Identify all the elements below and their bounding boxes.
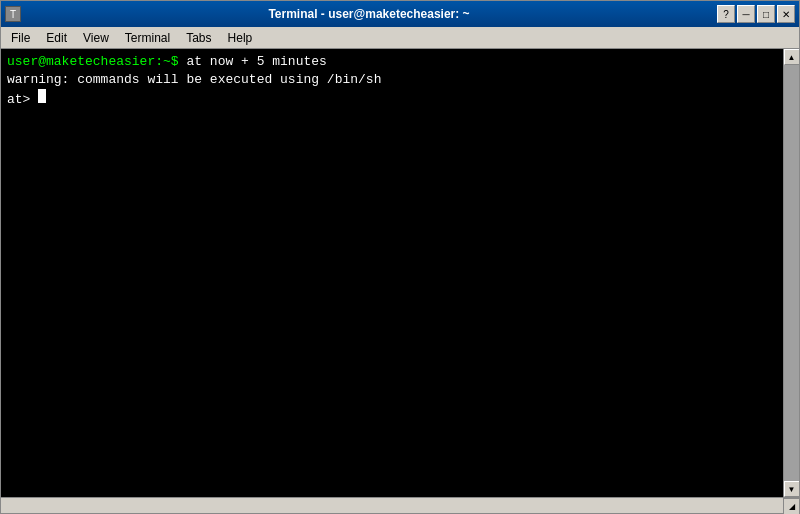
menu-view[interactable]: View [75,29,117,47]
close-button[interactable]: ✕ [777,5,795,23]
scroll-up-button[interactable]: ▲ [784,49,800,65]
title-bar: T Terminal - user@maketecheasier: ~ ? ─ … [1,1,799,27]
terminal-cursor [38,89,46,103]
warning-message: warning: commands will be executed using… [7,71,381,89]
menu-terminal[interactable]: Terminal [117,29,178,47]
scrollbar: ▲ ▼ [783,49,799,497]
terminal-command: at now + 5 minutes [186,53,326,71]
bottom-bar: ◢ [1,497,799,513]
terminal-window: T Terminal - user@maketecheasier: ~ ? ─ … [0,0,800,514]
title-bar-buttons: ? ─ □ ✕ [717,5,795,23]
menu-tabs[interactable]: Tabs [178,29,219,47]
menu-bar: File Edit View Terminal Tabs Help [1,27,799,49]
terminal-line-1: user@maketecheasier:~$ at now + 5 minute… [7,53,777,71]
window-icon: T [5,6,21,22]
terminal-scroll-area: user@maketecheasier:~$ at now + 5 minute… [1,49,799,497]
at-prompt: at> [7,91,38,109]
maximize-button[interactable]: □ [757,5,775,23]
menu-file[interactable]: File [3,29,38,47]
menu-edit[interactable]: Edit [38,29,75,47]
window-title: Terminal - user@maketecheasier: ~ [21,7,717,21]
scroll-track[interactable] [784,65,799,481]
help-button[interactable]: ? [717,5,735,23]
terminal-line-3: at> [7,89,777,109]
terminal-line-2: warning: commands will be executed using… [7,71,777,89]
scroll-down-button[interactable]: ▼ [784,481,800,497]
menu-help[interactable]: Help [220,29,261,47]
minimize-button[interactable]: ─ [737,5,755,23]
prompt-separator: :~$ [155,53,186,71]
prompt-username: user@maketecheasier [7,53,155,71]
title-bar-left: T [5,6,21,22]
resize-grip[interactable]: ◢ [783,498,799,514]
terminal-output[interactable]: user@maketecheasier:~$ at now + 5 minute… [1,49,783,497]
